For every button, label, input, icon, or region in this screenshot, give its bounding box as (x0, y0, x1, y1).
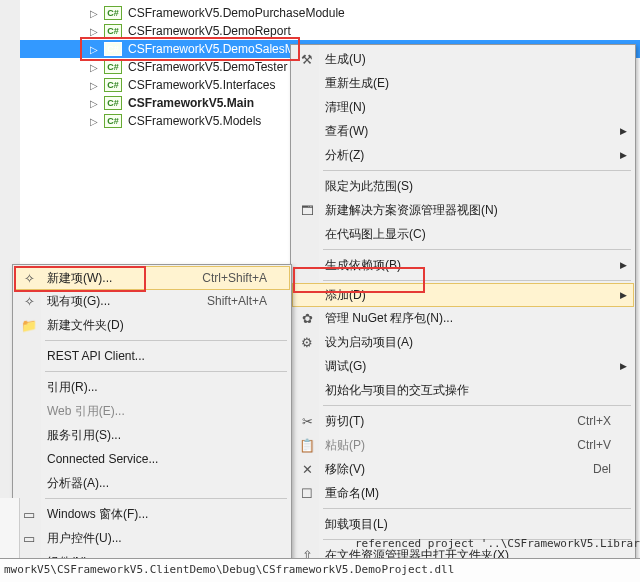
context-menu-item[interactable]: 初始化与项目的交互式操作 (293, 378, 633, 402)
submenu-arrow-icon: ▶ (620, 290, 627, 300)
menu-item-label: 限定为此范围(S) (321, 178, 633, 195)
output-text: mworkV5\CSFrameworkV5.ClientDemo\Debug\C… (0, 563, 640, 576)
menu-item-icon: ✿ (293, 311, 321, 326)
menu-item-label: 分析(Z) (321, 147, 633, 164)
csharp-project-icon: C# (104, 60, 122, 74)
csharp-project-icon: C# (104, 24, 122, 38)
submenu-arrow-icon: ▶ (620, 260, 627, 270)
add-submenu-item[interactable]: REST API Client... (15, 344, 289, 368)
menu-shortcut: Ctrl+V (577, 438, 633, 452)
menu-item-icon: ☐ (293, 486, 321, 501)
menu-item-label: 服务引用(S)... (43, 427, 289, 444)
submenu-arrow-icon: ▶ (620, 361, 627, 371)
add-submenu-item[interactable]: Connected Service... (15, 447, 289, 471)
add-submenu-item[interactable]: 引用(R)... (15, 375, 289, 399)
menu-item-label: 查看(W) (321, 123, 633, 140)
context-menu-item[interactable]: 🗔新建解决方案资源管理器视图(N) (293, 198, 633, 222)
add-submenu-item[interactable]: 服务引用(S)... (15, 423, 289, 447)
context-menu-item[interactable]: ✂剪切(T)Ctrl+X (293, 409, 633, 433)
menu-item-icon: ✧ (15, 294, 43, 309)
menu-item-icon: ✂ (293, 414, 321, 429)
menu-item-label: 现有项(G)... (43, 293, 207, 310)
tree-item-label: CSFrameworkV5.DemoTester (128, 60, 287, 74)
expand-arrow-icon[interactable]: ▷ (88, 116, 100, 127)
context-menu-item[interactable]: 生成依赖项(B)▶ (293, 253, 633, 277)
add-submenu-item[interactable]: ✧现有项(G)...Shift+Alt+A (15, 289, 289, 313)
menu-item-label: 调试(G) (321, 358, 633, 375)
menu-separator (323, 280, 631, 281)
add-submenu-item[interactable]: ▭Windows 窗体(F)... (15, 502, 289, 526)
menu-item-label: 初始化与项目的交互式操作 (321, 382, 633, 399)
menu-item-label: 分析器(A)... (43, 475, 289, 492)
expand-arrow-icon[interactable]: ▷ (88, 98, 100, 109)
csharp-project-icon: C# (104, 114, 122, 128)
menu-item-icon: ⚙ (293, 335, 321, 350)
menu-item-label: 新建文件夹(D) (43, 317, 289, 334)
context-menu-item[interactable]: 清理(N) (293, 95, 633, 119)
menu-separator (45, 371, 287, 372)
add-submenu-item[interactable]: 📁新建文件夹(D) (15, 313, 289, 337)
add-submenu-item[interactable]: ▭用户控件(U)... (15, 526, 289, 550)
menu-item-icon: ✕ (293, 462, 321, 477)
menu-item-label: 新建解决方案资源管理器视图(N) (321, 202, 633, 219)
menu-item-label: 生成依赖项(B) (321, 257, 633, 274)
csharp-project-icon: C# (104, 96, 122, 110)
menu-item-label: 新建项(W)... (43, 270, 202, 287)
context-menu-item[interactable]: ⚒生成(U) (293, 47, 633, 71)
context-menu-item: 📋粘贴(P)Ctrl+V (293, 433, 633, 457)
menu-item-icon: ✧ (15, 271, 43, 286)
submenu-arrow-icon: ▶ (620, 150, 627, 160)
context-menu-item[interactable]: 卸载项目(L) (293, 512, 633, 536)
context-menu-item[interactable]: 分析(Z)▶ (293, 143, 633, 167)
menu-item-icon: 📁 (15, 318, 43, 333)
csharp-project-icon: C# (104, 42, 122, 56)
menu-separator (323, 170, 631, 171)
output-text: referenced project '..\CSFrameworkV5.Lib… (355, 537, 640, 550)
menu-item-icon: 📋 (293, 438, 321, 453)
add-submenu-item[interactable]: 分析器(A)... (15, 471, 289, 495)
menu-item-label: 粘贴(P) (321, 437, 577, 454)
menu-separator (45, 498, 287, 499)
context-menu-item[interactable]: 查看(W)▶ (293, 119, 633, 143)
expand-arrow-icon[interactable]: ▷ (88, 26, 100, 37)
tree-row[interactable]: ▷ C# CSFrameworkV5.DemoReport (20, 22, 640, 40)
tree-item-label: CSFrameworkV5.Main (128, 96, 254, 110)
add-submenu-item[interactable]: ✧新建项(W)...Ctrl+Shift+A (14, 266, 290, 290)
csharp-project-icon: C# (104, 78, 122, 92)
context-menu-item[interactable]: 调试(G)▶ (293, 354, 633, 378)
menu-item-label: 重命名(M) (321, 485, 633, 502)
menu-item-icon: 🗔 (293, 203, 321, 218)
expand-arrow-icon[interactable]: ▷ (88, 80, 100, 91)
context-menu-item[interactable]: ⚙设为启动项目(A) (293, 330, 633, 354)
menu-item-label: 重新生成(E) (321, 75, 633, 92)
csharp-project-icon: C# (104, 6, 122, 20)
context-menu-item[interactable]: 添加(D)▶ (292, 283, 634, 307)
output-panel: mworkV5\CSFrameworkV5.ClientDemo\Debug\C… (0, 558, 640, 582)
menu-item-label: 移除(V) (321, 461, 593, 478)
expand-arrow-icon[interactable]: ▷ (88, 44, 100, 55)
tree-item-label: CSFrameworkV5.Models (128, 114, 261, 128)
submenu-arrow-icon: ▶ (620, 126, 627, 136)
menu-item-label: 剪切(T) (321, 413, 577, 430)
menu-item-label: 清理(N) (321, 99, 633, 116)
menu-item-label: 设为启动项目(A) (321, 334, 633, 351)
output-gutter (0, 498, 20, 558)
context-menu-item[interactable]: 在代码图上显示(C) (293, 222, 633, 246)
expand-arrow-icon[interactable]: ▷ (88, 8, 100, 19)
context-menu-item[interactable]: ✕移除(V)Del (293, 457, 633, 481)
menu-separator (323, 508, 631, 509)
expand-arrow-icon[interactable]: ▷ (88, 62, 100, 73)
menu-item-label: 卸载项目(L) (321, 516, 633, 533)
menu-shortcut: Shift+Alt+A (207, 294, 289, 308)
menu-item-label: Web 引用(E)... (43, 403, 289, 420)
context-menu-item[interactable]: ☐重命名(M) (293, 481, 633, 505)
context-menu-item[interactable]: ✿管理 NuGet 程序包(N)... (293, 306, 633, 330)
menu-item-label: 添加(D) (321, 287, 633, 304)
tree-row[interactable]: ▷ C# CSFrameworkV5.DemoPurchaseModule (20, 4, 640, 22)
context-menu-item[interactable]: 重新生成(E) (293, 71, 633, 95)
menu-item-label: Windows 窗体(F)... (43, 506, 289, 523)
menu-separator (323, 405, 631, 406)
context-menu-item[interactable]: 限定为此范围(S) (293, 174, 633, 198)
menu-item-label: 用户控件(U)... (43, 530, 289, 547)
menu-item-label: REST API Client... (43, 349, 289, 363)
